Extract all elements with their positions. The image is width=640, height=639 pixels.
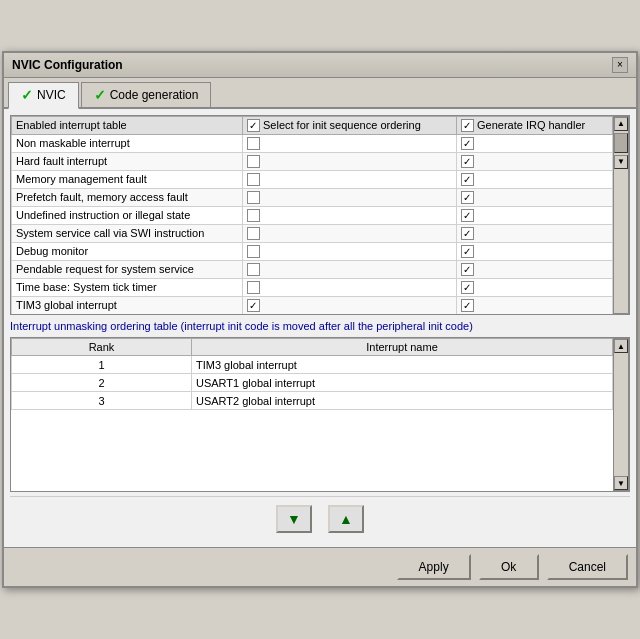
interrupt-table-scrollbar[interactable]: ▲ ▼ <box>613 116 629 314</box>
cancel-button[interactable]: Cancel <box>547 554 628 580</box>
content-area: Enabled interrupt table Select for init … <box>4 109 636 547</box>
rank-table-row: 1TIM3 global interrupt <box>12 356 613 374</box>
rank-table-row: 3USART2 global interrupt <box>12 392 613 410</box>
irq-handler-checkbox[interactable] <box>461 281 474 294</box>
interrupt-name-cell: TIM3 global interrupt <box>12 296 243 314</box>
ordering-section-label: Interrupt unmasking ordering table (inte… <box>10 319 630 333</box>
irq-handler-checkbox[interactable] <box>461 191 474 204</box>
irq-handler-cell <box>456 278 612 296</box>
init-seq-checkbox[interactable] <box>247 209 260 222</box>
init-seq-cell <box>242 224 456 242</box>
title-bar: NVIC Configuration × <box>4 53 636 78</box>
init-seq-checkbox[interactable] <box>247 263 260 276</box>
interrupt-name-cell: Pendable request for system service <box>12 260 243 278</box>
tab-nvic[interactable]: ✓ NVIC <box>8 82 79 109</box>
irq-handler-checkbox[interactable] <box>461 263 474 276</box>
code-gen-check-icon: ✓ <box>94 87 106 103</box>
init-seq-cell <box>242 260 456 278</box>
scrollbar-down-arrow[interactable]: ▼ <box>614 155 628 169</box>
interrupt-name-cell: Memory management fault <box>12 170 243 188</box>
table-row: Non maskable interrupt <box>12 134 613 152</box>
init-seq-cell <box>242 152 456 170</box>
table-row: Undefined instruction or illegal state <box>12 206 613 224</box>
rank-cell: 1 <box>12 356 192 374</box>
tabs-bar: ✓ NVIC ✓ Code generation <box>4 78 636 109</box>
tab-code-generation[interactable]: ✓ Code generation <box>81 82 212 107</box>
init-seq-cell <box>242 242 456 260</box>
interrupt-name-cell: System service call via SWI instruction <box>12 224 243 242</box>
apply-button[interactable]: Apply <box>397 554 471 580</box>
irq-handler-cell <box>456 224 612 242</box>
interrupt-name-cell: Prefetch fault, memory access fault <box>12 188 243 206</box>
irq-handler-checkbox[interactable] <box>461 245 474 258</box>
interrupt-name-cell: Time base: System tick timer <box>12 278 243 296</box>
table-row: Hard fault interrupt <box>12 152 613 170</box>
irq-handler-cell <box>456 296 612 314</box>
close-button[interactable]: × <box>612 57 628 73</box>
init-seq-cell <box>242 134 456 152</box>
interrupt-name-cell: Non maskable interrupt <box>12 134 243 152</box>
init-seq-cell <box>242 170 456 188</box>
window-title: NVIC Configuration <box>12 58 123 72</box>
move-down-button[interactable]: ▼ <box>276 505 312 533</box>
rank-scrollbar-down-arrow[interactable]: ▼ <box>614 476 628 490</box>
table-row: Memory management fault <box>12 170 613 188</box>
rank-table: Rank Interrupt name 1TIM3 global interru… <box>11 338 613 410</box>
init-seq-cell <box>242 206 456 224</box>
init-seq-checkbox[interactable] <box>247 245 260 258</box>
rank-interrupt-name-cell: USART1 global interrupt <box>192 374 613 392</box>
bottom-buttons: Apply Ok Cancel <box>4 547 636 586</box>
irq-handler-checkbox[interactable] <box>461 137 474 150</box>
irq-handler-cell <box>456 242 612 260</box>
interrupt-name-col-header: Interrupt name <box>192 339 613 356</box>
interrupt-table-frame: Enabled interrupt table Select for init … <box>10 115 630 315</box>
table-row: TIM3 global interrupt <box>12 296 613 314</box>
irq-handler-cell <box>456 170 612 188</box>
rank-interrupt-name-cell: TIM3 global interrupt <box>192 356 613 374</box>
init-seq-checkbox[interactable] <box>247 155 260 168</box>
move-up-button[interactable]: ▲ <box>328 505 364 533</box>
ok-button[interactable]: Ok <box>479 554 539 580</box>
init-seq-checkbox[interactable] <box>247 173 260 186</box>
col2-header-checkbox[interactable] <box>247 119 260 132</box>
tab-nvic-label: NVIC <box>37 88 66 102</box>
interrupt-name-cell: Debug monitor <box>12 242 243 260</box>
irq-handler-cell <box>456 134 612 152</box>
init-seq-cell <box>242 296 456 314</box>
rank-table-scroll-area: Rank Interrupt name 1TIM3 global interru… <box>11 338 613 491</box>
col3-header-checkbox[interactable] <box>461 119 474 132</box>
rank-col-header: Rank <box>12 339 192 356</box>
irq-handler-cell <box>456 188 612 206</box>
table-row: Pendable request for system service <box>12 260 613 278</box>
irq-handler-checkbox[interactable] <box>461 155 474 168</box>
col3-header: Generate IRQ handler <box>456 116 612 134</box>
irq-handler-checkbox[interactable] <box>461 227 474 240</box>
col2-header: Select for init sequence ordering <box>242 116 456 134</box>
col1-header: Enabled interrupt table <box>12 116 243 134</box>
irq-handler-checkbox[interactable] <box>461 173 474 186</box>
scrollbar-thumb[interactable] <box>614 133 628 153</box>
interrupt-table: Enabled interrupt table Select for init … <box>11 116 613 314</box>
irq-handler-checkbox[interactable] <box>461 299 474 312</box>
window: NVIC Configuration × ✓ NVIC ✓ Code gener… <box>2 51 638 588</box>
scrollbar-up-arrow[interactable]: ▲ <box>614 117 628 131</box>
table-row: System service call via SWI instruction <box>12 224 613 242</box>
tab-code-gen-label: Code generation <box>110 88 199 102</box>
irq-handler-checkbox[interactable] <box>461 209 474 222</box>
rank-table-scrollbar[interactable]: ▲ ▼ <box>613 338 629 491</box>
move-buttons-row: ▼ ▲ <box>10 496 630 541</box>
init-seq-checkbox[interactable] <box>247 137 260 150</box>
irq-handler-cell <box>456 206 612 224</box>
rank-cell: 2 <box>12 374 192 392</box>
init-seq-checkbox[interactable] <box>247 191 260 204</box>
rank-cell: 3 <box>12 392 192 410</box>
irq-handler-cell <box>456 152 612 170</box>
table-row: Debug monitor <box>12 242 613 260</box>
interrupt-table-scroll-area: Enabled interrupt table Select for init … <box>11 116 613 314</box>
interrupt-name-cell: Undefined instruction or illegal state <box>12 206 243 224</box>
init-seq-checkbox[interactable] <box>247 299 260 312</box>
init-seq-checkbox[interactable] <box>247 281 260 294</box>
rank-scrollbar-up-arrow[interactable]: ▲ <box>614 339 628 353</box>
init-seq-checkbox[interactable] <box>247 227 260 240</box>
table-row: Prefetch fault, memory access fault <box>12 188 613 206</box>
